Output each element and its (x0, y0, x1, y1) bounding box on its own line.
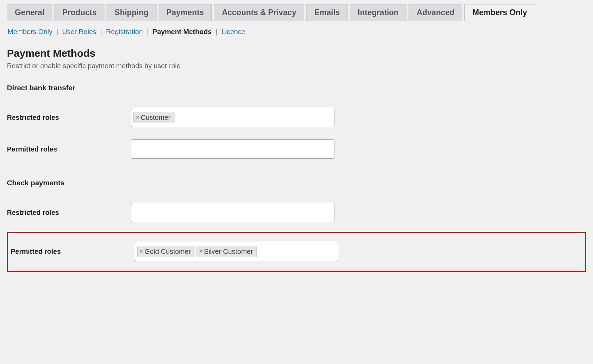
subsub-registration[interactable]: Registration (106, 28, 143, 35)
subsub-separator: | (57, 28, 58, 35)
gateway-heading-cheque: Check payments (7, 179, 586, 187)
remove-tag-icon[interactable]: × (140, 248, 143, 255)
tag-label: Gold Customer (144, 248, 191, 256)
tab-advanced[interactable]: Advanced (409, 4, 462, 21)
subsub-separator: | (215, 28, 217, 35)
page-description: Restrict or enable specific payment meth… (7, 62, 586, 70)
label-cheque-restricted: Restricted roles (7, 209, 131, 217)
row-bacs-permitted: Permitted roles (7, 133, 586, 165)
tab-products[interactable]: Products (54, 4, 105, 21)
select-bacs-permitted[interactable] (131, 139, 334, 159)
gateway-section-cheque: Check payments Restricted roles Permitte… (7, 179, 586, 272)
tab-shipping[interactable]: Shipping (107, 4, 156, 21)
tab-emails[interactable]: Emails (306, 4, 348, 21)
label-cheque-permitted: Permitted roles (11, 248, 135, 256)
row-cheque-permitted: Permitted roles × Gold Customer × Silver… (8, 236, 585, 267)
tag-label: Silver Customer (204, 248, 253, 256)
gateway-section-bacs: Direct bank transfer Restricted roles × … (7, 84, 586, 165)
settings-tabs: General Products Shipping Payments Accou… (7, 4, 586, 21)
tab-payments[interactable]: Payments (159, 4, 212, 21)
tab-members-only[interactable]: Members Only (464, 4, 535, 21)
tag-gold-customer[interactable]: × Gold Customer (137, 246, 194, 257)
page-title: Payment Methods (7, 48, 586, 59)
select-bacs-restricted[interactable]: × Customer (131, 108, 334, 127)
tab-integration[interactable]: Integration (350, 4, 407, 21)
row-bacs-restricted: Restricted roles × Customer (7, 102, 586, 133)
subsub-members-only[interactable]: Members Only (8, 28, 52, 35)
select-cheque-permitted[interactable]: × Gold Customer × Silver Customer (135, 242, 338, 261)
tag-label: Customer (141, 114, 171, 122)
gateway-heading-bacs: Direct bank transfer (7, 84, 586, 92)
subsub-user-roles[interactable]: User Roles (62, 28, 96, 35)
subsub-separator: | (100, 28, 102, 35)
label-bacs-restricted: Restricted roles (7, 114, 131, 122)
tag-silver-customer[interactable]: × Silver Customer (197, 246, 257, 257)
label-bacs-permitted: Permitted roles (7, 145, 131, 153)
remove-tag-icon[interactable]: × (136, 114, 139, 121)
row-cheque-restricted: Restricted roles (7, 197, 586, 228)
subsub-nav: Members Only | User Roles | Registration… (8, 28, 586, 36)
tag-customer[interactable]: × Customer (133, 112, 174, 123)
select-cheque-restricted[interactable] (131, 203, 334, 222)
highlighted-row: Permitted roles × Gold Customer × Silver… (7, 232, 586, 272)
subsub-licence[interactable]: Licence (221, 28, 245, 35)
remove-tag-icon[interactable]: × (199, 248, 202, 255)
subsub-separator: | (147, 28, 149, 35)
subsub-payment-methods[interactable]: Payment Methods (153, 28, 212, 35)
tab-general[interactable]: General (7, 4, 52, 21)
tab-accounts-privacy[interactable]: Accounts & Privacy (214, 4, 304, 21)
